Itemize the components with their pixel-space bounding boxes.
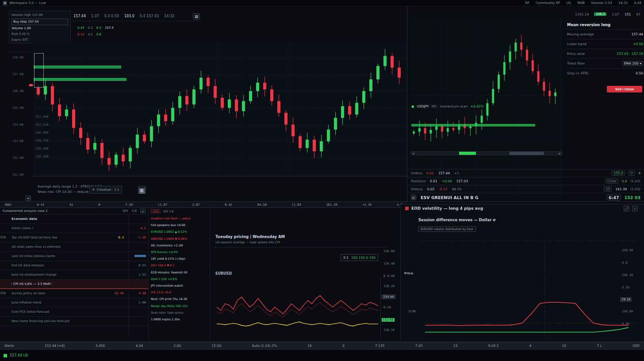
menu-icon[interactable]: ≡ (26, 196, 31, 201)
vol-ylabel: Price (404, 272, 413, 275)
table-row[interactable]: 370Top US GDP QoQ territory low0.4-1.26 (0, 233, 148, 242)
expand-icon[interactable]: ⤢ (624, 206, 629, 211)
news-line[interactable]: Headline risk flash — policy (151, 215, 207, 222)
signal-value: 152 03 (625, 195, 640, 200)
order-row[interactable]: Positions0.01+0.04157.03Close0.4(1.03) (407, 177, 644, 185)
session-chart-canvas[interactable] (215, 278, 381, 340)
signal-value[interactable]: 6:47 (607, 195, 621, 200)
volume-zone-bar (34, 65, 121, 69)
sell-button[interactable]: Sell / Close (607, 86, 642, 92)
order-action-button[interactable]: Close (606, 179, 618, 184)
crosshair-icon[interactable]: ✛ (92, 188, 95, 192)
order-row[interactable]: History0.02-0.1284.501D161.39(1.03) (407, 185, 644, 193)
table-row[interactable]: June inflation trend1.00 (0, 298, 148, 307)
strategy-dropdown[interactable]: EMA 200 ▾ (622, 61, 643, 66)
news-line[interactable]: OIL inventories +2.1M (151, 242, 207, 249)
status-item: 7.135 (375, 344, 384, 348)
table-row[interactable]: Economic data (0, 215, 148, 224)
news-line[interactable]: SPX futures +0.4% (151, 249, 207, 256)
menubar-item[interactable]: RF (525, 1, 530, 5)
price-axis-label: 158.00 (12, 56, 23, 59)
table-row[interactable]: New home financing policies forecast (0, 317, 148, 326)
table-row[interactable]: Last US initial jobless claims (0, 252, 148, 261)
scrollbar-range[interactable] (510, 152, 544, 155)
toolbar-readouts: 157.441.070.4 0.50103.00.4 157.0314:32 (73, 14, 174, 18)
news-line[interactable]: GBPUSD 1.2604 ▼ 0.08% (151, 236, 207, 242)
bottom-region: 360)0.414107.59(1.072.070.4184.50(1.0316… (0, 201, 644, 342)
order-action-button[interactable]: ⟳ (629, 171, 635, 176)
search-icon[interactable]: ⌕ (632, 206, 638, 211)
news-line[interactable]: VIX 13.9 +0.4 (151, 289, 207, 296)
menubar-item[interactable]: Session 2.03 (591, 1, 612, 5)
news-line[interactable]: DXY 104.2 ▼ 0.1 (151, 262, 207, 269)
main-chart-canvas[interactable] (33, 42, 407, 177)
news-line[interactable]: EURUSD 1.0852 ▲ 0.12% (151, 229, 207, 235)
news-line[interactable]: Gold 2,318 +0.6% (151, 276, 207, 283)
menubar-item[interactable]: 4.04 (634, 1, 641, 5)
readout-value: 157.440 (35, 113, 49, 121)
row-label: June inflation trend (12, 301, 127, 304)
quote-panel: 0.440.28.4157.4 0.124.20.6 (77, 25, 144, 42)
status-item: 13 (453, 344, 458, 348)
grid-icon[interactable]: ▦ (193, 13, 200, 19)
news-line[interactable]: JPY intervention watch (151, 283, 207, 289)
news-line[interactable]: Range day likely 150–152 (151, 303, 207, 310)
scroll-right-icon[interactable]: ▸ (558, 152, 562, 155)
news-line[interactable]: ECB minutes: hawkish tilt (151, 269, 207, 276)
row-label-text: June US employment change (12, 273, 57, 277)
status-item[interactable]: Alerts (4, 344, 14, 348)
news-line[interactable]: 10Y yield 4.21% (+2bp) (151, 256, 207, 262)
menubar-item[interactable]: 14:32 (618, 1, 628, 5)
scroll-left-icon[interactable]: ◂ (411, 152, 415, 155)
quote-value: 0.44 (77, 25, 84, 31)
table-row[interactable]: Core PCE below forecast (0, 307, 148, 317)
order-cell: 0.4 (622, 179, 627, 183)
order-price-input[interactable]: Buy stop 157.44 (12, 19, 68, 25)
order-row[interactable]: Orders0.01157.44+1155.0⟳4 (407, 169, 644, 177)
taskbar-quote[interactable]: 157.44 (4) (10, 353, 28, 357)
table-row[interactable]: Initial claims ?4.2 (0, 224, 148, 233)
volatility-chart-canvas[interactable] (421, 239, 637, 340)
status-item: USD (632, 344, 640, 348)
session-overlay-panel: Tuesday pricing | Wednesday AM US sessio… (210, 208, 400, 342)
row-value: 4.2 (127, 227, 146, 230)
news-line[interactable]: Desk note: fade spikes (151, 310, 207, 316)
menubar-item[interactable]: Commodity RF (536, 1, 560, 5)
drawing-toolbar[interactable]: ✛ Crosshair · 1:1 (89, 186, 122, 194)
stat-value: 0 (98, 203, 100, 207)
row-label: New home financing policies forecast (12, 319, 127, 323)
caret-down-icon[interactable]: ▾ (140, 209, 146, 213)
vol-title: EOD volatility — long 4 pips avg (411, 206, 483, 211)
divider (214, 247, 387, 247)
news-line[interactable]: Fed speakers due 14:00 (151, 222, 207, 229)
news-line[interactable]: Next: CPI print Thu 14:30 (151, 296, 207, 303)
quote-value: 0.12 (77, 31, 84, 38)
row-label-text: Survey policy as base (12, 292, 45, 295)
axis-label: β 0.80 (383, 274, 395, 278)
order-row-left: Orders0.01157.44+1 (411, 171, 459, 175)
status-item: 16 (307, 344, 312, 348)
menubar-item[interactable]: MAB (577, 1, 585, 5)
fund-control-1[interactable]: 305 (122, 209, 128, 213)
camera-icon[interactable]: ▣ (138, 186, 146, 194)
strategy-row-value: 0.50 (636, 71, 643, 75)
symbol-signal-row[interactable]: ▤ ESV GREENUI ALL IN B G 6:47152 03 (407, 193, 644, 201)
row-label-text: New home financing policies forecast (12, 319, 69, 323)
news-meta: 305 3.6 (163, 210, 174, 213)
order-action-button[interactable]: 1D (604, 187, 612, 192)
table-row[interactable]: 370Survey policy as base52.4%4.20 (0, 289, 148, 298)
table-row[interactable]: Fed US data releases8.53 (0, 261, 148, 270)
axis-label: 150.40 (383, 262, 395, 265)
selection-rect (34, 53, 44, 88)
order-action-button[interactable]: 155.0 (612, 171, 625, 176)
strategy-row: Entry zone157.03 · 157.19 (567, 49, 643, 58)
table-row[interactable]: US retail sales miss vs estimate (0, 242, 148, 252)
vol-tag[interactable]: EURUSD volume distribution by hour (418, 227, 476, 232)
menubar-item[interactable]: (A) (566, 1, 571, 5)
news-line[interactable]: 1.0900 expiry 1.2bn (151, 316, 207, 323)
fund-control-2[interactable]: 3.6 (132, 209, 137, 213)
table-row[interactable]: June US employment change1.53 (0, 270, 148, 280)
table-row[interactable]: CPI US 4.8% — 3.3 MoM (0, 280, 148, 289)
scrollbar-thumb[interactable] (459, 152, 476, 155)
chart-scrollbar[interactable]: ◂ ▸ (411, 151, 562, 155)
